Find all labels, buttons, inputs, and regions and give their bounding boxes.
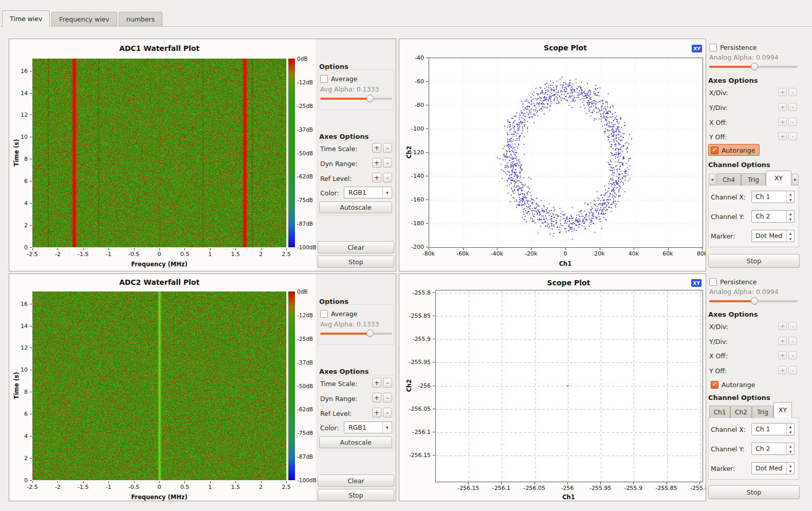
x-tick-label: 2.5: [282, 251, 291, 258]
spin-buttons[interactable]: ▲▼: [786, 463, 794, 474]
tabs-scroll-left-button[interactable]: ◂: [709, 174, 715, 185]
x-off-decrease-button[interactable]: -: [788, 118, 797, 126]
adc1-waterfall-plot[interactable]: [32, 59, 286, 247]
tab-time-wiev[interactable]: Time wiev: [2, 10, 50, 27]
x-tick-mark: [429, 248, 429, 250]
stop-button[interactable]: Stop: [318, 256, 394, 268]
spin-buttons[interactable]: ▲▼: [786, 443, 794, 454]
tab-numbers[interactable]: numbers: [119, 12, 162, 26]
channel-y-spinbox[interactable]: Ch 2 ▲▼: [751, 443, 795, 455]
stop-button[interactable]: Stop: [708, 485, 800, 499]
clear-button[interactable]: Clear: [318, 241, 394, 253]
y-off-increase-button[interactable]: +: [778, 132, 787, 140]
marker-spinbox[interactable]: Dot Med ▲▼: [751, 230, 795, 242]
tabs-scroll-right-button[interactable]: ▸: [792, 174, 799, 185]
spin-buttons[interactable]: ▲▼: [786, 424, 794, 435]
y-div-label: Y/Div:: [709, 338, 728, 345]
dyn-range-decrease-button[interactable]: -: [383, 393, 392, 403]
autoscale-button[interactable]: Autoscale: [319, 436, 392, 448]
x-tick-mark: [83, 481, 84, 483]
x-div-decrease-button[interactable]: -: [788, 88, 797, 96]
y-off-decrease-button[interactable]: -: [788, 366, 797, 374]
channel-tab-trig[interactable]: Trig: [752, 406, 773, 418]
x-off-decrease-button[interactable]: -: [788, 351, 797, 359]
avg-alpha-slider[interactable]: [320, 95, 392, 102]
y-axis-ticks: 0246810121416: [9, 59, 32, 247]
time-scale-increase-button[interactable]: +: [372, 143, 381, 153]
x-div-decrease-button[interactable]: -: [788, 322, 797, 330]
slider-track[interactable]: [320, 98, 392, 100]
y-tick-label: -256.1: [413, 429, 431, 435]
autoscale-button[interactable]: Autoscale: [319, 202, 392, 213]
x-div-increase-button[interactable]: +: [778, 322, 787, 330]
x-tick-label: -20k: [525, 250, 537, 257]
dyn-range-decrease-button[interactable]: -: [383, 158, 392, 168]
channel-y-spinbox[interactable]: Ch 2 ▲▼: [751, 210, 795, 223]
y-axis-ticks: -40-60-80-100-120-140-160-180-200: [399, 58, 428, 247]
spin-buttons[interactable]: ▲▼: [786, 211, 794, 222]
ref-level-increase-button[interactable]: +: [372, 173, 381, 182]
x-tick-mark: [286, 248, 287, 250]
avg-alpha-slider[interactable]: [320, 330, 392, 337]
spin-buttons[interactable]: ▲▼: [786, 230, 794, 242]
colorbar-scale: 0dB-12dB-25dB-37dB-50dB-62dB-75dB-87dB-1…: [297, 59, 318, 247]
stop-button[interactable]: Stop: [708, 254, 800, 268]
tab-frequency-wiev[interactable]: Frequency wiev: [51, 12, 117, 26]
time-scale-decrease-button[interactable]: -: [383, 143, 392, 153]
y-off-increase-button[interactable]: +: [778, 366, 787, 374]
y-div-decrease-button[interactable]: -: [788, 337, 797, 345]
spin-down-icon: ▼: [787, 197, 794, 203]
dyn-range-increase-button[interactable]: +: [372, 158, 381, 168]
avg-alpha-label: Avg Alpha: 0.1333: [320, 320, 379, 328]
clear-button[interactable]: Clear: [318, 474, 394, 487]
y-div-increase-button[interactable]: +: [778, 337, 787, 345]
scope2-plot[interactable]: [435, 290, 703, 482]
y-off-decrease-button[interactable]: -: [788, 132, 797, 140]
marker-spinbox[interactable]: Dot Med ▲▼: [751, 462, 795, 474]
channel-x-spinbox[interactable]: Ch 1 ▲▼: [751, 191, 795, 203]
time-scale-increase-button[interactable]: +: [372, 378, 381, 388]
slider-handle[interactable]: [750, 297, 758, 305]
stop-button[interactable]: Stop: [318, 489, 394, 501]
y-tick-label: -180: [411, 220, 424, 227]
average-checkbox[interactable]: Average: [320, 74, 357, 83]
color-combobox[interactable]: RGB1 ▾: [344, 422, 392, 433]
slider-track[interactable]: [320, 333, 392, 335]
x-tick-mark: [667, 482, 667, 484]
channel-tab-ch1[interactable]: Ch1: [709, 406, 730, 418]
dyn-range-increase-button[interactable]: +: [372, 393, 381, 403]
y-div-increase-button[interactable]: +: [778, 103, 787, 111]
channel-tab-xy[interactable]: XY: [766, 171, 791, 186]
x-tick-mark: [531, 248, 532, 250]
persistence-checkbox[interactable]: Persistence: [709, 43, 757, 52]
analog-alpha-slider[interactable]: [709, 63, 798, 70]
channel-tab-ch2[interactable]: Ch2: [730, 406, 752, 418]
average-checkbox[interactable]: Average: [320, 309, 357, 318]
y-div-decrease-button[interactable]: -: [788, 103, 797, 111]
ref-level-increase-button[interactable]: +: [372, 408, 381, 417]
channel-tab-ch4[interactable]: Ch4: [716, 173, 741, 186]
analog-alpha-slider[interactable]: [709, 297, 798, 305]
y-tick-mark: [30, 348, 32, 348]
channel-x-spinbox[interactable]: Ch 1 ▲▼: [751, 423, 795, 435]
x-off-increase-button[interactable]: +: [778, 351, 787, 359]
x-off-increase-button[interactable]: +: [778, 118, 787, 126]
channel-tab-xy[interactable]: XY: [773, 402, 792, 418]
channel-tab-trig[interactable]: Trig: [741, 173, 766, 186]
y-off-label: Y Off:: [709, 367, 727, 375]
autorange-checkbox[interactable]: ✓ Autorange: [711, 380, 755, 389]
spin-buttons[interactable]: ▲▼: [786, 191, 794, 203]
slider-handle[interactable]: [366, 95, 374, 102]
slider-handle[interactable]: [366, 330, 374, 337]
slider-handle[interactable]: [750, 63, 758, 70]
scope1-plot[interactable]: [429, 58, 703, 248]
scope1-x-axis-label: Ch1: [429, 260, 702, 267]
autorange-checkbox[interactable]: ✓ Autorange: [711, 145, 755, 155]
x-div-increase-button[interactable]: +: [778, 88, 787, 96]
ref-level-decrease-button[interactable]: -: [383, 173, 392, 182]
ref-level-decrease-button[interactable]: -: [383, 408, 392, 417]
adc2-waterfall-plot[interactable]: [32, 291, 286, 480]
color-combobox[interactable]: RGB1 ▾: [344, 187, 392, 198]
persistence-checkbox[interactable]: Persistence: [709, 277, 757, 286]
time-scale-decrease-button[interactable]: -: [383, 378, 392, 388]
